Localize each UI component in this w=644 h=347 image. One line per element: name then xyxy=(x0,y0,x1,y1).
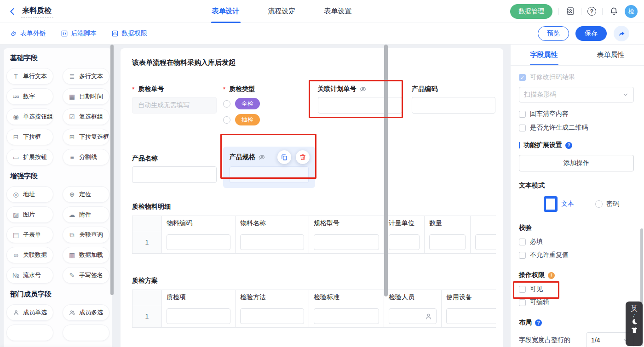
checkbox[interactable] xyxy=(519,125,526,131)
help-question-icon[interactable]: ? xyxy=(565,142,572,149)
enter-clear-row[interactable]: 回车清空内容 xyxy=(519,110,634,118)
palette-field-number[interactable]: 123数字 xyxy=(6,88,53,105)
field-row-2: 产品名称 产品规格 xyxy=(132,147,496,188)
palette-field-serial-number[interactable]: №流水号 xyxy=(6,267,53,284)
radio-icon[interactable] xyxy=(595,200,603,208)
palette-field-checkbox-group[interactable]: ☑复选框组 xyxy=(63,108,109,125)
cell-input[interactable] xyxy=(167,234,230,250)
palette-field-subform[interactable]: ▤子表单 xyxy=(6,227,53,243)
add-action-button[interactable]: 添加操作 xyxy=(519,155,634,171)
palette-field-datetime[interactable]: ▦日期时间 xyxy=(63,88,109,105)
palette-field-signature[interactable]: ✎手写签名 xyxy=(63,267,109,284)
text-mode-password[interactable]: 密码 xyxy=(595,196,619,212)
palette-field-multi-select[interactable]: ⊞下拉复选框 xyxy=(63,129,109,145)
radio-icon[interactable] xyxy=(544,196,558,212)
plan-no-input[interactable] xyxy=(318,97,402,114)
cell-input[interactable] xyxy=(240,234,304,250)
palette-field-extend-button[interactable]: ▭扩展按钮 xyxy=(6,149,53,165)
back-button[interactable] xyxy=(7,6,17,17)
delete-field-button[interactable] xyxy=(296,150,310,164)
field-inspection-type[interactable]: 质检类型 全检抽检 xyxy=(223,85,314,125)
palette-field-data-load[interactable]: ▥数据加载 xyxy=(63,247,109,263)
qrcode-allow-row[interactable]: 是否允许生成二维码 xyxy=(519,124,634,132)
skin-shirt-icon[interactable] xyxy=(631,326,638,334)
field-product-code[interactable]: 产品编码 xyxy=(405,85,496,125)
palette-field-divider[interactable]: ≡分割线 xyxy=(63,149,109,165)
inspection-type-option[interactable]: 全检 xyxy=(223,98,314,109)
palette-field-member-multi[interactable]: 成员多选 xyxy=(63,304,109,321)
text-mode-text[interactable]: 文本 xyxy=(544,196,574,212)
tab-form-design[interactable]: 表单设计 xyxy=(212,0,240,23)
field-inspection-no[interactable]: 质检单号 自动生成无需填写 xyxy=(132,85,223,125)
palette-field-partial[interactable] xyxy=(6,324,53,341)
palette-field-attachment[interactable]: ☁附件 xyxy=(63,206,109,223)
palette-field-linked-query[interactable]: ⧉关联查询 xyxy=(63,227,109,243)
dark-mode-moon-icon[interactable] xyxy=(631,318,638,325)
tab-field-properties[interactable]: 字段属性 xyxy=(511,45,577,65)
cell-input[interactable] xyxy=(167,308,230,324)
product-spec-input[interactable] xyxy=(230,166,309,183)
form-notice-text[interactable]: 该表单流程在物料采购入库后发起 xyxy=(132,58,496,71)
palette-field-image[interactable]: ▨图片 xyxy=(6,206,53,223)
field-product-name[interactable]: 产品名称 xyxy=(132,147,223,188)
tab-form-settings[interactable]: 表单设置 xyxy=(324,0,352,23)
product-name-input[interactable] xyxy=(132,166,217,183)
preview-button[interactable]: 预览 xyxy=(538,26,569,41)
palette-field-linked-data[interactable]: ∞关联数据 xyxy=(6,247,53,263)
palette-field-location[interactable]: ⊕定位 xyxy=(63,186,109,203)
palette-field-address[interactable]: ◎地址 xyxy=(6,186,53,203)
canvas-scrollbar[interactable] xyxy=(384,45,388,296)
cell-input[interactable] xyxy=(314,308,379,324)
share-button[interactable] xyxy=(614,26,629,41)
data-manage-button[interactable]: 数据管理 xyxy=(510,4,552,19)
palette-field-radio-group[interactable]: ◉单选按钮组 xyxy=(6,108,53,125)
checkbox[interactable] xyxy=(519,111,526,118)
help-question-icon[interactable]: ? xyxy=(535,319,542,326)
palette-field-single-line-text[interactable]: T单行文本 xyxy=(6,68,53,85)
form-external-link[interactable]: 表单外链 xyxy=(10,29,46,38)
page-title[interactable]: 来料质检 xyxy=(21,5,53,18)
palette-field-select[interactable]: ⊟下拉框 xyxy=(6,129,53,145)
checkbox[interactable] xyxy=(519,286,526,293)
cell-input[interactable] xyxy=(389,308,437,324)
visible-row[interactable]: 可见 xyxy=(519,285,634,293)
checkbox[interactable] xyxy=(519,252,526,259)
palette-field-label: 下拉复选框 xyxy=(79,133,109,141)
cell-input[interactable] xyxy=(475,234,496,250)
field-plan-no[interactable]: 关联计划单号 xyxy=(314,85,405,125)
help-icon[interactable]: ? xyxy=(587,7,596,16)
inspection-type-option[interactable]: 抽检 xyxy=(223,114,314,125)
cell-input[interactable] xyxy=(240,308,304,324)
sidebar-scrollbar[interactable] xyxy=(110,45,114,295)
inspection-no-input[interactable]: 自动生成无需填写 xyxy=(132,97,217,114)
data-permission-link[interactable]: 数据权限 xyxy=(111,29,147,38)
user-avatar[interactable]: 检 xyxy=(625,5,638,18)
location-icon: ⊕ xyxy=(68,191,76,198)
backend-script-link[interactable]: 后端脚本 xyxy=(61,29,97,38)
palette-field-member-single[interactable]: 成员单选 xyxy=(6,304,53,321)
checkbox[interactable] xyxy=(519,299,526,306)
ime-language-indicator[interactable]: 英 xyxy=(631,304,638,313)
cell-input[interactable] xyxy=(429,234,466,250)
cell-input[interactable] xyxy=(446,308,496,324)
radio-icon[interactable] xyxy=(223,116,230,124)
checkbox[interactable] xyxy=(519,239,526,245)
contacts-icon[interactable] xyxy=(565,6,575,17)
radio-icon[interactable] xyxy=(223,100,230,108)
save-button[interactable]: 保存 xyxy=(575,26,607,41)
copy-field-button[interactable] xyxy=(277,150,291,164)
tab-form-properties[interactable]: 表单属性 xyxy=(577,45,644,65)
palette-field-multi-line-text[interactable]: ≣多行文本 xyxy=(63,68,109,85)
product-code-input[interactable] xyxy=(412,97,495,114)
ime-toolbar[interactable]: 英 ,’ xyxy=(626,301,643,346)
cell-input[interactable] xyxy=(389,234,420,250)
required-row[interactable]: 必填 xyxy=(519,238,634,246)
palette-field-partial[interactable] xyxy=(63,324,109,341)
editable-row[interactable]: 可编辑 xyxy=(519,298,634,307)
scan-mode-select[interactable]: 扫描条形码 xyxy=(519,87,634,102)
cell-input[interactable] xyxy=(314,234,379,250)
no-duplicate-value-row[interactable]: 不允许重复值 xyxy=(519,251,634,259)
field-product-spec-selected[interactable]: 产品规格 xyxy=(223,147,315,188)
tab-flow-setting[interactable]: 流程设定 xyxy=(268,0,296,23)
notification-bell-icon[interactable] xyxy=(609,6,619,17)
